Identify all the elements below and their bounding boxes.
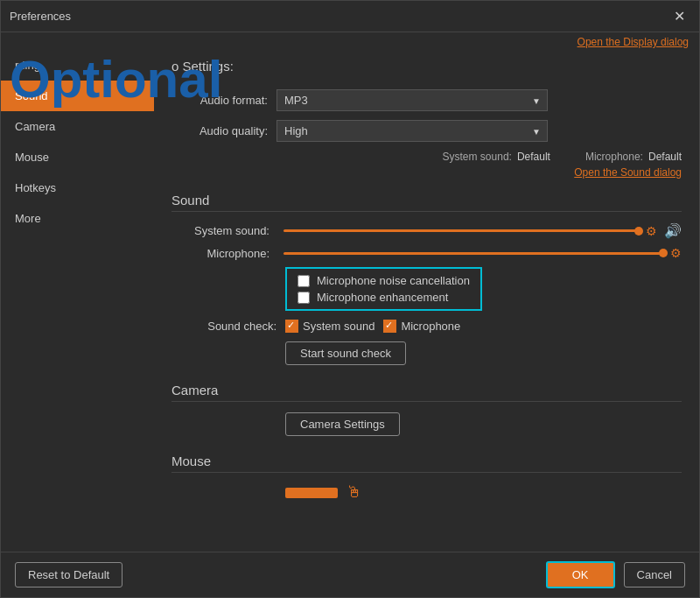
noise-cancellation-checkbox[interactable]	[298, 275, 310, 287]
mouse-section-title: Mouse	[172, 454, 682, 473]
preferences-dialog: Preferences ✕ Open the Display dialog Op…	[0, 0, 700, 598]
audio-quality-select[interactable]: Low Medium High Very High	[276, 120, 548, 142]
camera-section-title: Camera	[172, 383, 682, 402]
microphone-status-value: Default	[648, 151, 682, 163]
microphone-slider-row: Microphone: ⚙	[172, 246, 682, 260]
ok-button[interactable]: OK	[546, 561, 615, 588]
microphone-gear-icon[interactable]: ⚙	[670, 246, 682, 260]
audio-quality-select-wrapper: Low Medium High Very High	[276, 120, 548, 142]
dialog-title: Preferences	[10, 10, 71, 23]
sidebar-item-hotkeys[interactable]: Hotkeys	[1, 172, 154, 203]
system-sound-slider-row: System sound: ⚙ 🔊	[172, 222, 682, 239]
sound-check-label: Sound check:	[172, 320, 276, 333]
reset-to-default-button[interactable]: Reset to Default	[15, 562, 122, 587]
microphone-status: Microphone: Default	[585, 151, 682, 163]
noise-cancellation-label: Microphone noise cancellation	[317, 274, 470, 287]
footer-right: OK Cancel	[546, 561, 685, 588]
sound-section-title: Sound	[172, 193, 682, 212]
sound-check-row: Sound check: System sound Microphone	[172, 320, 682, 333]
microphone-track[interactable]	[284, 252, 663, 255]
audio-format-label: Audio format:	[172, 94, 276, 107]
system-sound-check-item: System sound	[285, 320, 374, 333]
right-panel: o Settings: Audio format: MP3 WAV OGG Au…	[154, 50, 699, 552]
microphone-check-label: Microphone	[401, 320, 460, 333]
sidebar: rding Sound Camera Mouse Hotkeys More	[1, 50, 154, 552]
close-button[interactable]: ✕	[668, 6, 690, 26]
cancel-button[interactable]: Cancel	[624, 562, 685, 587]
camera-section: Camera Camera Settings	[172, 383, 682, 436]
section-heading: o Settings:	[172, 59, 682, 77]
system-sound-status-label: System sound:	[443, 151, 512, 163]
sidebar-item-mouse[interactable]: Mouse	[1, 142, 154, 172]
mouse-row: 🖱	[172, 483, 682, 502]
audio-format-select-wrapper: MP3 WAV OGG	[276, 89, 548, 111]
system-sound-thumb[interactable]	[634, 227, 643, 236]
status-line: System sound: Default Microphone: Defaul…	[172, 151, 682, 163]
microphone-slider-label: Microphone:	[172, 247, 276, 260]
mouse-section: Mouse 🖱	[172, 454, 682, 502]
audio-format-row: Audio format: MP3 WAV OGG	[172, 89, 682, 111]
mouse-bar	[285, 488, 338, 498]
sidebar-item-more[interactable]: More	[1, 203, 154, 234]
microphone-check-icon[interactable]	[383, 320, 396, 333]
system-sound-slider-label: System sound:	[172, 224, 276, 237]
microphone-status-label: Microphone:	[585, 151, 643, 163]
system-sound-status: System sound: Default	[443, 151, 550, 163]
system-sound-track[interactable]	[284, 229, 639, 232]
start-sound-check-button[interactable]: Start sound check	[285, 341, 406, 365]
title-bar: Preferences ✕	[1, 1, 699, 32]
sidebar-item-sound[interactable]: Sound	[1, 81, 154, 111]
audio-quality-row: Audio quality: Low Medium High Very High	[172, 120, 682, 142]
enhancement-label: Microphone enhancement	[317, 291, 448, 304]
sidebar-item-camera[interactable]: Camera	[1, 111, 154, 142]
audio-quality-label: Audio quality:	[172, 124, 276, 137]
sound-section: Sound System sound: ⚙ 🔊 Microphone:	[172, 193, 682, 365]
camera-settings-button[interactable]: Camera Settings	[285, 412, 400, 436]
system-sound-speaker-icon[interactable]: 🔊	[664, 222, 682, 239]
system-sound-check-label: System sound	[303, 320, 374, 333]
audio-format-select[interactable]: MP3 WAV OGG	[276, 89, 548, 111]
start-sound-check-wrapper: Start sound check	[285, 341, 682, 365]
microphone-check-item: Microphone	[383, 320, 460, 333]
system-sound-gear-icon[interactable]: ⚙	[646, 224, 657, 238]
noise-cancellation-row: Microphone noise cancellation	[298, 274, 470, 287]
enhancement-checkbox[interactable]	[298, 292, 310, 304]
system-sound-status-value: Default	[517, 151, 550, 163]
open-display-link[interactable]: Open the Display dialog	[1, 32, 699, 50]
sidebar-item-recording[interactable]: rding	[1, 50, 154, 81]
mouse-icon: 🖱	[346, 483, 362, 502]
open-sound-link[interactable]: Open the Sound dialog	[172, 166, 682, 179]
footer: Reset to Default OK Cancel	[1, 552, 699, 597]
main-content: rding Sound Camera Mouse Hotkeys More o …	[1, 50, 699, 552]
system-sound-check-icon[interactable]	[285, 320, 298, 333]
microphone-options-area: Microphone noise cancellation Microphone…	[285, 267, 482, 311]
microphone-thumb[interactable]	[659, 249, 668, 257]
enhancement-row: Microphone enhancement	[298, 291, 470, 304]
